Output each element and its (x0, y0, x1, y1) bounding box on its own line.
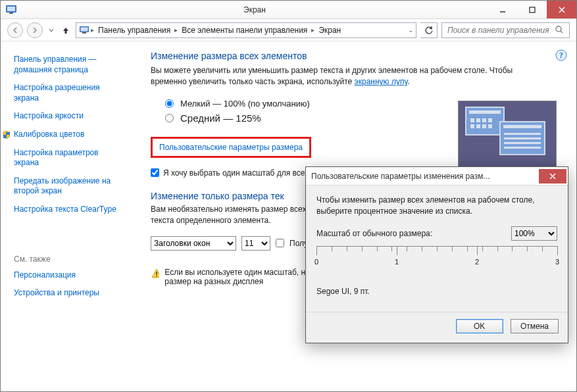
ruler-label-3: 3 (555, 258, 559, 266)
dialog-body: Чтобы изменить размер всех элементов на … (306, 185, 568, 312)
breadcrumb[interactable]: ▸ Панель управления ▸ Все элементы панел… (76, 22, 416, 38)
window-title: Экран (22, 5, 488, 14)
help-icon[interactable]: ? (555, 49, 567, 63)
back-button[interactable] (7, 22, 23, 38)
crumb-display[interactable]: Экран (316, 26, 343, 35)
bold-checkbox[interactable] (276, 239, 284, 247)
display-icon (79, 25, 89, 36)
cancel-button[interactable]: Отмена (511, 319, 559, 333)
heading-resize-all: Изменение размера всех элементов (151, 51, 561, 61)
svg-text:?: ? (559, 51, 563, 60)
ruler-label-2: 2 (475, 258, 479, 266)
element-select[interactable]: Заголовки окон (151, 236, 236, 251)
chevron-down-icon[interactable]: ⌄ (408, 26, 413, 34)
chevron-right-icon: ▸ (91, 26, 94, 34)
custom-size-dialog: Пользовательские параметры изменения раз… (305, 166, 568, 343)
svg-point-10 (556, 26, 561, 32)
dialog-text: Чтобы изменить размер всех элементов на … (316, 195, 557, 217)
maximize-button[interactable] (517, 1, 547, 18)
sidebar: Панель управления — домашняя страница На… (1, 41, 132, 391)
svg-line-11 (561, 31, 563, 33)
warning-icon (151, 268, 159, 280)
radio-medium-input[interactable] (165, 114, 174, 122)
svg-rect-8 (81, 27, 88, 31)
custom-size-link[interactable]: Пользовательские параметры размера (159, 143, 303, 152)
refresh-button[interactable] (420, 22, 438, 38)
radio-small-input[interactable] (165, 99, 174, 108)
one-scale-label: Я хочу выбрать один масштаб для всех (163, 168, 309, 178)
chevron-right-icon: ▸ (174, 26, 178, 34)
monitor-preview-2 (499, 121, 545, 155)
dialog-titlebar: Пользовательские параметры изменения раз… (306, 167, 568, 185)
sidebar-home[interactable]: Панель управления — домашняя страница (14, 55, 124, 75)
dialog-title: Пользовательские параметры изменения раз… (311, 172, 539, 181)
custom-size-highlight: Пользовательские параметры размера (151, 137, 311, 158)
display-settings-window: Экран ▸ Панель управления ▸ Все элементы… (0, 0, 577, 392)
see-also-personalization[interactable]: Персонализация (14, 270, 124, 281)
see-also-header: См. также (14, 255, 124, 264)
close-button[interactable] (547, 1, 576, 18)
sidebar-item-label: Калибровка цветов (14, 130, 84, 140)
svg-rect-13 (3, 135, 7, 138)
description-text: Вы можете увеличить или уменьшить размер… (151, 65, 519, 88)
crumb-control-panel[interactable]: Панель управления (95, 26, 173, 35)
sidebar-item-project[interactable]: Передать изображение на второй экран (14, 176, 124, 197)
font-size-select[interactable]: 11 (241, 236, 270, 251)
svg-rect-16 (156, 272, 157, 275)
ruler-label-1: 1 (395, 258, 399, 266)
preview-monitors (458, 101, 557, 173)
address-bar: ▸ Панель управления ▸ Все элементы панел… (1, 19, 576, 41)
sidebar-item-display-params[interactable]: Настройка параметров экрана (14, 148, 124, 168)
chevron-right-icon: ▸ (311, 26, 314, 34)
svg-rect-2 (9, 12, 13, 14)
minimize-button[interactable] (488, 1, 517, 18)
svg-rect-9 (82, 32, 86, 34)
search-input[interactable] (446, 25, 555, 36)
scale-select[interactable]: 100% (511, 226, 557, 241)
magnifier-link[interactable]: экранную лупу (355, 77, 408, 86)
sidebar-item-calibrate[interactable]: Калибровка цветов (2, 130, 124, 140)
crumb-all-items[interactable]: Все элементы панели управления (179, 26, 310, 35)
search-icon (555, 25, 565, 36)
app-icon (5, 3, 18, 16)
see-also-devices[interactable]: Устройства и принтеры (14, 288, 124, 299)
sidebar-item-cleartype[interactable]: Настройка текста ClearType (14, 205, 124, 215)
one-scale-checkbox[interactable] (151, 168, 159, 177)
sidebar-item-brightness[interactable]: Настройка яркости (14, 111, 124, 122)
ok-button[interactable]: OK (456, 319, 503, 333)
ruler-label-0: 0 (314, 258, 318, 266)
scale-label: Масштаб от обычного размера: (316, 229, 432, 238)
sidebar-item-resolution[interactable]: Настройка разрешения экрана (14, 83, 124, 103)
scale-row: Масштаб от обычного размера: 100% (316, 226, 557, 241)
svg-rect-1 (7, 7, 15, 11)
shield-icon (2, 130, 11, 139)
window-buttons (488, 1, 576, 18)
svg-rect-17 (156, 276, 157, 277)
svg-rect-12 (6, 132, 10, 135)
monitor-preview-1 (465, 107, 505, 135)
dialog-buttons: OK Отмена (306, 312, 568, 343)
sample-font-text: Segoe UI, 9 пт. (316, 287, 557, 296)
dialog-close-button[interactable] (539, 169, 566, 184)
svg-rect-4 (530, 7, 535, 12)
search-box[interactable] (441, 22, 570, 38)
history-dropdown-icon[interactable] (47, 22, 56, 38)
up-button[interactable] (60, 24, 72, 36)
forward-button[interactable] (27, 22, 43, 38)
titlebar: Экран (1, 1, 576, 19)
scale-ruler[interactable]: 0 1 2 3 (316, 246, 557, 276)
